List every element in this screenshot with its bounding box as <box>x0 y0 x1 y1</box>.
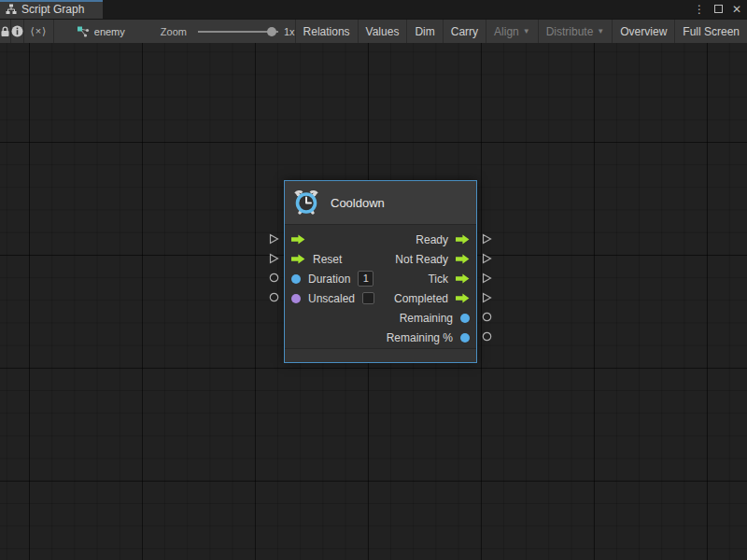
external-input-markers <box>268 229 279 307</box>
zoom-control: Zoom 1x <box>161 20 295 43</box>
node-footer <box>285 348 476 362</box>
external-output-markers <box>481 229 492 346</box>
port-label: Ready <box>416 233 448 246</box>
flow-connection-point[interactable] <box>481 248 492 268</box>
graph-hierarchy-icon <box>6 4 17 15</box>
port-row-not-ready[interactable]: Not Ready <box>283 249 476 269</box>
port-row-ready[interactable]: Ready <box>283 230 476 249</box>
code-preview-button[interactable]: ⟨×⟩ <box>24 20 54 43</box>
flow-arrow-icon <box>456 273 470 284</box>
alarm-clock-icon <box>291 188 321 217</box>
flow-arrow-icon <box>456 293 470 303</box>
values-label: Values <box>366 25 400 38</box>
port-row-remaining[interactable]: Remaining <box>283 308 476 328</box>
align-button[interactable]: Align ▼ <box>486 20 539 43</box>
overview-label: Overview <box>620 25 667 38</box>
flow-arrow-icon <box>456 234 470 245</box>
graph-name: enemy <box>94 26 125 37</box>
flow-arrow-icon <box>456 254 470 264</box>
zoom-label: Zoom <box>161 26 187 37</box>
distribute-label: Distribute <box>546 25 594 38</box>
port-label: Remaining % <box>387 331 453 344</box>
cooldown-node-body: Reset Duration 1 Unscaled Ready <box>285 225 476 348</box>
graph-toolbar: ⟨×⟩ enemy Zoom 1x Relations Values Dim C… <box>0 19 747 43</box>
code-x-icon: ⟨×⟩ <box>30 25 47 37</box>
lock-button[interactable] <box>0 20 11 43</box>
full-screen-button[interactable]: Full Screen <box>675 20 747 43</box>
value-connection-point[interactable] <box>481 327 492 346</box>
zoom-value: 1x <box>284 26 295 37</box>
overview-button[interactable]: Overview <box>613 20 675 43</box>
port-label: Tick <box>428 273 448 286</box>
port-label: Remaining <box>400 312 453 325</box>
flow-connection-point[interactable] <box>268 229 279 248</box>
carry-button[interactable]: Carry <box>444 20 486 43</box>
graph-breadcrumb[interactable]: enemy <box>77 20 125 43</box>
window-controls: ⋮ ✕ <box>693 0 743 19</box>
port-label: Completed <box>394 292 448 305</box>
values-button[interactable]: Values <box>359 20 408 43</box>
zoom-slider[interactable] <box>198 26 278 37</box>
value-connection-point[interactable] <box>268 268 279 287</box>
maximize-icon[interactable] <box>712 0 725 19</box>
flow-connection-point[interactable] <box>481 287 492 307</box>
port-row-remaining-pct[interactable]: Remaining % <box>283 328 476 347</box>
value-port-icon <box>460 314 470 323</box>
node-title: Cooldown <box>331 196 385 210</box>
align-label: Align <box>494 25 519 38</box>
output-ports: Ready Not Ready Tick <box>283 230 476 347</box>
cooldown-node-header[interactable]: Cooldown <box>285 181 476 225</box>
relations-label: Relations <box>303 25 350 38</box>
flow-connection-point[interactable] <box>481 229 492 248</box>
port-row-tick[interactable]: Tick <box>283 269 476 288</box>
graph-canvas[interactable]: Cooldown Reset Dur <box>0 43 747 560</box>
distribute-button[interactable]: Distribute ▼ <box>539 20 613 43</box>
port-label: Not Ready <box>395 253 448 266</box>
carry-label: Carry <box>451 25 478 38</box>
port-row-completed[interactable]: Completed <box>283 288 476 308</box>
dim-label: Dim <box>415 25 434 38</box>
value-port-icon <box>460 333 470 343</box>
chevron-down-icon: ▼ <box>597 27 604 35</box>
dim-button[interactable]: Dim <box>407 20 443 43</box>
info-button[interactable] <box>11 20 24 43</box>
flow-connection-point[interactable] <box>268 248 279 268</box>
kebab-menu-icon[interactable]: ⋮ <box>693 0 706 19</box>
info-icon <box>11 25 23 37</box>
full-screen-label: Full Screen <box>683 25 740 38</box>
cooldown-node[interactable]: Cooldown Reset Dur <box>284 180 477 363</box>
value-connection-point[interactable] <box>268 287 279 307</box>
lock-icon <box>0 26 10 37</box>
tab-title: Script Graph <box>21 3 84 16</box>
value-connection-point[interactable] <box>481 307 492 327</box>
close-icon[interactable]: ✕ <box>730 0 743 19</box>
flow-connection-point[interactable] <box>481 268 492 287</box>
tab-bar: Script Graph ⋮ ✕ <box>0 0 747 19</box>
chevron-down-icon: ▼ <box>523 27 530 35</box>
tab-script-graph[interactable]: Script Graph <box>0 0 103 19</box>
relations-button[interactable]: Relations <box>296 20 359 43</box>
script-graph-asset-icon <box>77 26 90 37</box>
zoom-slider-knob[interactable] <box>267 27 276 36</box>
